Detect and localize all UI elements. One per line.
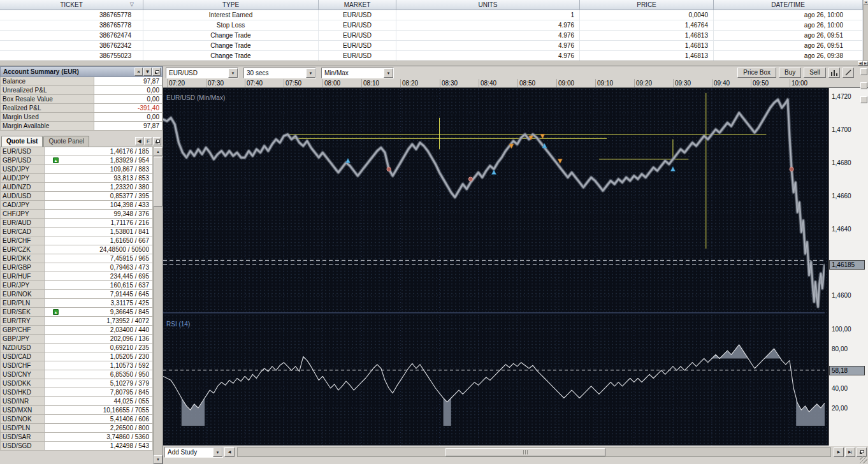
time-tick-label: 08:10 [363,80,379,87]
quote-row[interactable]: EUR/USD1,46176 / 185 [0,147,153,156]
tab-quote-list[interactable]: Quote List [1,136,43,147]
price-box-button[interactable]: Price Box [737,68,776,78]
quote-row[interactable]: EUR/DKK7,45915 / 965 [0,254,153,263]
quote-pair-label: AUD/JPY [0,174,45,183]
table-row[interactable]: 386765778Interest EarnedEUR/USD10,0040ag… [0,10,868,20]
chevron-down-icon[interactable]: ▼ [228,68,238,78]
scroll-up-icon[interactable]: ▲ [154,147,163,156]
quote-row[interactable]: USD/NOK5,41406 / 606 [0,415,153,424]
quote-row[interactable]: EUR/NOK7,91445 / 645 [0,290,153,299]
jump-to-latest-icon[interactable]: ▶| [845,447,855,457]
table-row[interactable]: 386755023Change TradeEUR/USD4.9761,46813… [0,51,868,61]
quote-row[interactable]: GBP/CHF2,03400 / 440 [0,326,153,335]
account-summary-header[interactable]: Account Summary (EUR) × ▼ [0,66,163,77]
quote-row[interactable]: EUR/CHF1,61650 / 667 [0,236,153,245]
quote-flag-cell [45,415,67,424]
quote-row[interactable]: EUR/PLN3,31175 / 425 [0,299,153,308]
sort-filter-icon[interactable]: ▽ [130,1,134,7]
quote-price: 24,48500 / 50500 [67,245,153,254]
chart-horizontal-scrollbar[interactable] [237,447,831,457]
scrollbar-thumb[interactable] [445,448,605,456]
quote-row[interactable]: EUR/JPY160,615 / 637 [0,281,153,290]
add-study-select[interactable]: Add Study ▼ [164,447,223,458]
quote-row[interactable]: USD/SGD1,42498 / 543 [0,442,153,451]
scroll-left-icon[interactable]: ◀ [858,61,863,66]
quote-row[interactable]: USD/JPY109,867 / 883 [0,165,153,174]
trade-table-vertical-scrollbar[interactable]: ▲ [863,0,868,61]
table-cell: EUR/USD [319,41,396,50]
chart-style-select[interactable]: Min/Max ▼ [321,68,394,78]
edge-tool-icon-3[interactable] [860,96,867,103]
detach-window-icon[interactable] [152,68,161,76]
quote-row[interactable]: CHF/JPY99,348 / 376 [0,210,153,219]
quote-row[interactable]: USD/CHF1,10573 / 592 [0,361,153,370]
quote-row[interactable]: EUR/HUF234,445 / 695 [0,272,153,281]
quote-pair-label: USD/PLN [0,424,45,433]
table-row[interactable]: 386762342Change TradeEUR/USD4.9761,46813… [0,41,868,51]
edge-tool-icon-1[interactable] [860,68,867,75]
price-axis[interactable]: 1,47201,47001,46801,46601,46401,46001,46… [828,88,868,446]
quote-row[interactable]: EUR/AUD1,71176 / 216 [0,219,153,228]
column-header-units[interactable]: UNITS [396,0,580,10]
table-cell: ago 26, 10:00 [714,20,863,30]
column-header-datetime[interactable]: DATE/TIME [714,0,863,10]
chevron-down-icon[interactable]: ▼ [306,68,315,78]
pan-right-icon[interactable]: ▶ [834,447,844,457]
collapse-icon[interactable]: ▼ [143,68,152,76]
table-row[interactable]: 386765778Stop LossEUR/USD4.9761,46764ago… [0,20,868,31]
chevron-down-icon[interactable]: ▼ [384,68,393,78]
detach-window-icon[interactable] [153,137,161,145]
edge-tool-icon-2[interactable] [860,82,867,89]
interval-select[interactable]: 30 secs ▼ [243,68,316,78]
column-header-price[interactable]: PRICE [580,0,714,10]
quote-list-scrollbar[interactable]: ▲ ▼ [153,147,163,464]
quote-price: 2,03400 / 440 [67,326,153,335]
chart-pane-splitter[interactable] [163,312,825,313]
quote-row[interactable]: USD/CAD1,05205 / 230 [0,352,153,361]
quote-row[interactable]: USD/INR44,025 / 055 [0,397,153,406]
quote-row[interactable]: CAD/JPY104,398 / 433 [0,201,153,210]
quote-row[interactable]: USD/MXN10,16655 / 7055 [0,406,153,415]
buy-button[interactable]: Buy [779,68,801,78]
quote-row[interactable]: EUR/TRY1,73952 / 4072 [0,317,153,326]
column-header-type[interactable]: TYPE [143,0,319,10]
quote-row[interactable]: AUD/NZD1,23320 / 380 [0,183,153,192]
quote-row[interactable]: USD/PLN2,26500 / 800 [0,424,153,433]
collapse-left-icon[interactable]: ◀ [135,137,143,145]
scroll-up-icon[interactable]: ▲ [864,0,868,4]
quote-row[interactable]: AUD/USD0,85377 / 395 [0,192,153,201]
chart-plot-area[interactable]: EUR/USD (Min/Max) RSI (14) 1,47201,47001… [163,88,868,446]
scroll-down-icon[interactable]: ▼ [154,455,163,464]
column-header-ticket[interactable]: TICKET▽ [0,0,143,10]
instrument-select[interactable]: EUR/USD ▼ [166,68,238,78]
resize-grip[interactable] [860,456,867,463]
pan-left-icon[interactable]: ◀ [224,447,235,457]
time-tick-label: 07:50 [286,80,301,87]
quote-row[interactable]: EUR/GBP0,79463 / 473 [0,263,153,272]
quote-row[interactable]: EUR/CZK24,48500 / 50500 [0,245,153,254]
scrollbar-thumb[interactable] [154,157,163,207]
quote-row[interactable]: GBP/USD▲1,83929 / 954 [0,156,153,165]
sell-button[interactable]: Sell [804,68,826,78]
quote-row[interactable]: USD/HKD7,80795 / 845 [0,388,153,397]
quote-row[interactable]: USD/SAR3,74860 / 5360 [0,433,153,442]
quote-row[interactable]: AUD/JPY93,813 / 853 [0,174,153,183]
column-header-market[interactable]: MARKET [319,0,396,10]
quote-row[interactable]: EUR/CAD1,53801 / 841 [0,228,153,236]
price-axis-label: 1,4600 [832,292,851,299]
quote-row[interactable]: GBP/JPY202,096 / 136 [0,335,153,344]
chevron-down-icon[interactable]: ▼ [213,447,222,457]
quote-row[interactable]: USD/CNY6,85350 / 950 [0,370,153,379]
scroll-right-icon[interactable]: ▶ [863,61,868,66]
quote-row[interactable]: EUR/SEK▲9,36645 / 845 [0,308,153,317]
quote-row[interactable]: NZD/USD0,69210 / 235 [0,344,153,352]
table-cell: EUR/USD [319,51,396,61]
close-icon[interactable]: × [134,68,143,76]
table-row[interactable]: 386762474Change TradeEUR/USD4.9761,46813… [0,31,868,41]
tab-quote-panel[interactable]: Quote Panel [43,136,89,147]
draw-line-icon[interactable] [843,68,854,78]
quote-row[interactable]: USD/DKK5,10279 / 379 [0,379,153,388]
bar-chart-icon[interactable] [828,68,840,78]
filter-button[interactable]: F [144,137,152,145]
trade-table-horizontal-scrollbar[interactable]: ◀ ▶ [0,61,868,66]
